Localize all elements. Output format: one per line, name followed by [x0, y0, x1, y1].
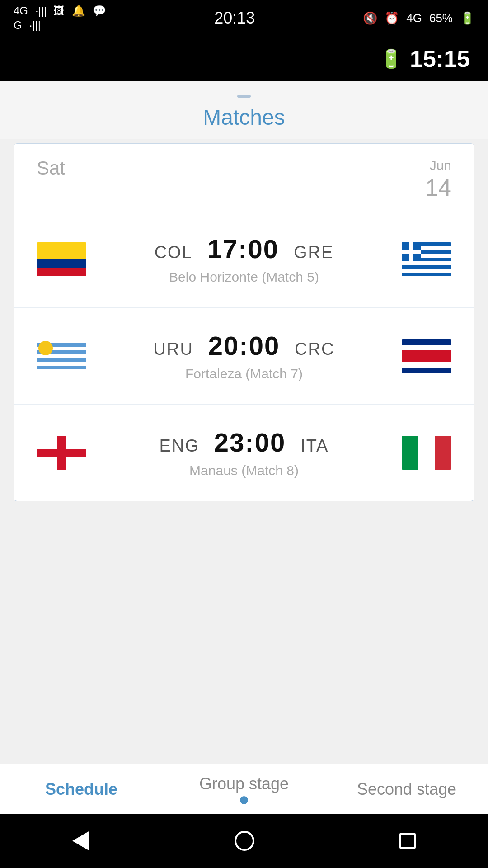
signal-bars-2: ·||| [29, 19, 41, 32]
flag-greece [402, 242, 451, 276]
match-row[interactable]: URU 20:00 CRC Fortaleza (Match 7) [14, 308, 474, 405]
team2-code-3: ITA [300, 436, 328, 455]
match-row[interactable]: ENG 23:00 ITA Manaus (Match 8) [14, 405, 474, 501]
photo-icon: 🖼 [54, 5, 65, 17]
nav-schedule-label: Schedule [45, 780, 117, 798]
flag-england [37, 436, 86, 470]
match-time-3: 23:00 [214, 428, 286, 457]
nav-second-stage[interactable]: Second stage [325, 771, 488, 808]
team2-code-2: CRC [295, 340, 334, 359]
signal-indicators: 4G ·||| 🖼 🔔 💬 G ·||| [14, 5, 106, 32]
match-score-3: ENG 23:00 ITA [104, 427, 384, 458]
match-row[interactable]: COL 17:00 GRE Belo Horizonte (Match 5) [14, 211, 474, 308]
team1-code-3: ENG [160, 436, 199, 455]
date-header: Sat Jun 14 [14, 144, 474, 211]
match-score-1: COL 17:00 GRE [104, 234, 384, 264]
back-button[interactable] [72, 831, 89, 851]
app-header-time: 15:15 [410, 45, 470, 72]
team1-code-2: URU [154, 340, 193, 359]
match-info-1: COL 17:00 GRE Belo Horizonte (Match 5) [104, 234, 384, 285]
title-dot [237, 95, 251, 98]
match-info-3: ENG 23:00 ITA Manaus (Match 8) [104, 427, 384, 478]
battery-icon: 🔋 [460, 11, 474, 25]
clock-icon: ⏰ [385, 11, 399, 25]
nav-schedule[interactable]: Schedule [0, 771, 163, 808]
nav-group-stage[interactable]: Group stage [163, 765, 325, 813]
signal-bars: ·||| [35, 5, 47, 17]
home-button[interactable] [235, 831, 254, 851]
match-info-2: URU 20:00 CRC Fortaleza (Match 7) [104, 330, 384, 382]
page-title-area: Matches [0, 81, 488, 139]
flag-uruguay [37, 339, 86, 373]
signal-4g-right: 4G [406, 11, 422, 25]
status-bar: 4G ·||| 🖼 🔔 💬 G ·||| 20:13 🔇 ⏰ 4G 65% 🔋 [0, 0, 488, 36]
page-title: Matches [0, 105, 488, 130]
match-time-1: 17:00 [207, 234, 279, 264]
flag-colombia [37, 242, 86, 276]
day-number: 14 [425, 174, 451, 202]
nav-group-stage-label: Group stage [199, 774, 289, 793]
app-header: 🔋 15:15 [0, 36, 488, 81]
match-venue-1: Belo Horizonte (Match 5) [104, 269, 384, 285]
mute-icon: 🔇 [363, 11, 377, 25]
recents-button[interactable] [399, 833, 416, 849]
wechat-icon: 💬 [93, 5, 106, 17]
header-battery-icon: 🔋 [380, 48, 403, 70]
flag-costarica [402, 339, 451, 373]
status-time: 20:13 [214, 9, 255, 28]
match-venue-2: Fortaleza (Match 7) [104, 366, 384, 382]
team2-code-1: GRE [294, 243, 333, 262]
bottom-nav: Schedule Group stage Second stage [0, 764, 488, 814]
bell-icon: 🔔 [72, 5, 85, 17]
nav-second-stage-label: Second stage [357, 780, 456, 798]
signal-4g-2: G [14, 19, 22, 32]
status-right: 🔇 ⏰ 4G 65% 🔋 [363, 11, 474, 25]
battery-percent: 65% [429, 11, 453, 25]
date-right: Jun 14 [425, 157, 451, 202]
month-label: Jun [425, 157, 451, 174]
day-label: Sat [37, 157, 65, 179]
matches-card: Sat Jun 14 COL 17:00 GRE Belo Horizonte … [14, 143, 474, 501]
android-nav [0, 814, 488, 868]
match-time-2: 20:00 [208, 331, 280, 360]
match-score-2: URU 20:00 CRC [104, 330, 384, 361]
nav-active-dot [240, 796, 248, 804]
signal-4g: 4G [14, 5, 28, 17]
match-venue-3: Manaus (Match 8) [104, 463, 384, 478]
team1-code-1: COL [155, 243, 192, 262]
flag-italy [402, 436, 451, 470]
